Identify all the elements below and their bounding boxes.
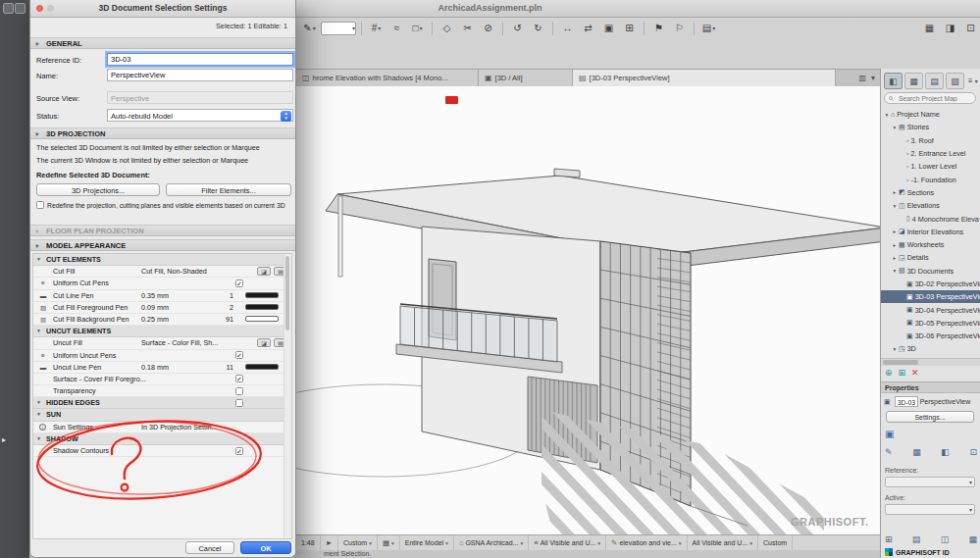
table-row-surface-cover-fill-foregro[interactable]: Surface - Cover Fill Foregro...✓	[33, 374, 291, 385]
grid-snap-icon[interactable]: #▾	[367, 21, 386, 36]
dropdown-stepper-icon[interactable]: ▲▼	[281, 111, 291, 122]
viewpoint-3d-icon[interactable]: ▣	[885, 429, 894, 439]
structure-filter[interactable]: Entire Model▾	[400, 535, 454, 550]
navigator-menu-icon[interactable]: ≡▾	[968, 76, 978, 85]
graphisoft-id-brand[interactable]: GRAPHISOFT ID	[885, 548, 950, 556]
disclosure-triangle-icon[interactable]: ▼	[36, 409, 41, 420]
search-input[interactable]	[897, 94, 971, 103]
table-row-shadow-contours[interactable]: Shadow Contours✓	[33, 445, 291, 457]
3d-projection-section-header[interactable]: ▼ 3D PROJECTION	[30, 127, 295, 139]
tree-scrollbar[interactable]	[881, 358, 980, 366]
tracker-icon[interactable]: ⊞	[885, 534, 893, 544]
marquee-icon[interactable]: ◇	[438, 21, 456, 36]
display-options-icon[interactable]: ◫	[941, 534, 950, 544]
trim-icon[interactable]: ✂	[458, 21, 477, 36]
tree-item-elevations[interactable]: ▾◫Elevations	[881, 199, 980, 212]
project-map-icon[interactable]: ◧	[884, 73, 903, 89]
tree-item-2-entrance-level[interactable]: ▫2. Entrance Level	[881, 147, 980, 160]
pen-number-value[interactable]: 11	[216, 362, 233, 373]
table-row-sun-settings[interactable]: iSun SettingsIn 3D Projection Settin...	[33, 422, 291, 433]
organizer-icon[interactable]: ▦	[920, 21, 939, 36]
checkbox-checked[interactable]: ✓	[235, 351, 243, 359]
row-value[interactable]: Cut Fill, Non-Shaded	[141, 266, 207, 277]
flag-end-icon[interactable]: ⚐	[670, 21, 689, 36]
surface-attribute-icon[interactable]: ◧	[941, 447, 950, 457]
filter-elements-button[interactable]: Filter Elements...	[166, 183, 291, 196]
table-row-cut-fill[interactable]: Cut FillCut Fill, Non-Shaded◪▤	[33, 266, 291, 278]
chevron-down-icon[interactable]: ▾	[871, 74, 875, 82]
disclosure-triangle-icon[interactable]: ▾	[891, 268, 899, 274]
tree-item-1-foundation[interactable]: ▫-1. Foundation	[881, 173, 980, 185]
table-group-row-shadow[interactable]: ▼SHADOW	[33, 433, 291, 445]
background-app-icon[interactable]	[3, 3, 14, 14]
flag-start-icon[interactable]: ⚑	[649, 21, 668, 36]
tree-item-3d-03-perspectivevie[interactable]: ▣3D-03 PerspectiveVie	[881, 290, 980, 303]
background-app-icon[interactable]	[15, 3, 26, 14]
layer-combination[interactable]: ≡All Visible and U...▾	[529, 535, 606, 550]
disclosure-triangle-icon[interactable]: ▼	[36, 254, 41, 265]
checkbox-checked[interactable]: ✓	[235, 279, 243, 287]
guide-lines-icon[interactable]: ≈	[387, 21, 406, 36]
table-row-uniform-uncut-pens[interactable]: ≡Uniform Uncut Pens✓	[33, 350, 291, 362]
pen-set-combo[interactable]: ▾	[321, 22, 356, 35]
mirror-icon[interactable]: ⇄	[579, 21, 597, 36]
surface-color-icon[interactable]: ◪	[257, 338, 271, 347]
options-attribute-icon[interactable]: ⊡	[969, 447, 977, 457]
checkbox-checked[interactable]: ✓	[235, 375, 243, 382]
profile-status[interactable]: ⌂GSNA Archicad...▾	[454, 535, 529, 550]
pen-attribute-icon[interactable]: ✎	[885, 447, 893, 457]
table-group-row-sun[interactable]: ▼SUN	[33, 409, 291, 421]
table-row-cut-line-pen[interactable]: ▬Cut Line Pen0.35 mm1	[33, 290, 291, 302]
tree-item-3d-documents[interactable]: ▾▧3D Documents	[881, 265, 980, 278]
pen-color-swatch[interactable]	[245, 292, 279, 299]
tree-item-3d-02-perspectivevie[interactable]: ▣3D-02 PerspectiveVie	[881, 278, 980, 290]
disclosure-triangle-icon[interactable]: ▼	[34, 38, 39, 50]
table-row-transparency[interactable]: Transparency	[33, 385, 291, 397]
tree-item-3d-05-perspectivevie[interactable]: ▣3D-05 PerspectiveVie	[881, 317, 980, 330]
ok-button[interactable]: OK	[240, 541, 291, 554]
cancel-button[interactable]: Cancel	[185, 541, 234, 554]
panel-toggle-icon[interactable]: ◨	[941, 21, 959, 36]
tree-scrollbar-thumb[interactable]	[883, 360, 918, 365]
pen-tool-icon[interactable]: ✎▾	[300, 21, 319, 36]
tree-item-project-name[interactable]: ▾⌂Project Name	[881, 108, 980, 121]
tree-item-stories[interactable]: ▾▤Stories	[881, 121, 980, 133]
redo-icon[interactable]: ↻	[529, 21, 547, 36]
name-input[interactable]	[107, 69, 293, 81]
tree-item-1-lower-level[interactable]: ▫1. Lower Level	[881, 160, 980, 173]
close-button[interactable]	[36, 5, 43, 12]
new-viewpoint-icon[interactable]: ⊕	[885, 368, 893, 378]
disclosure-triangle-icon[interactable]: ▼	[36, 326, 41, 336]
table-row-cut-fill-foreground-pen[interactable]: ▨Cut Fill Foreground Pen0.09 mm2	[33, 302, 291, 314]
disclosure-triangle-icon[interactable]: ▼	[34, 240, 39, 252]
pen-size-value[interactable]: 0.25 mm	[141, 314, 169, 325]
disclosure-triangle-icon[interactable]: ▼	[36, 397, 41, 408]
disclosure-triangle-icon[interactable]: ▾	[891, 346, 899, 352]
layouts-icon[interactable]: ▦	[968, 534, 977, 544]
checkbox-checked[interactable]: ✓	[235, 447, 243, 455]
checkbox-unchecked[interactable]	[235, 399, 243, 407]
reference-id-input[interactable]	[107, 53, 293, 66]
quick-options-icon[interactable]: ⊡	[961, 21, 980, 36]
renovation-filter-icon[interactable]: ▤▾	[699, 21, 718, 36]
tree-item-3d-04-perspectivevie[interactable]: ▣3D-04 PerspectiveVie	[881, 303, 980, 316]
disclosure-triangle-icon[interactable]: ▸	[891, 189, 899, 195]
tree-item-details[interactable]: ▸◲Details	[881, 251, 980, 264]
tab-3d-03-perspective[interactable]: ▤[3D-03 PerspectiveView]	[573, 70, 836, 86]
status-dropdown[interactable]: Auto-rebuild Model ▲▼	[107, 109, 293, 122]
reference-dropdown[interactable]: ▾	[885, 477, 975, 487]
settings-button[interactable]: Settings...	[886, 411, 974, 423]
active-dropdown[interactable]: ▾	[885, 504, 975, 515]
disclosure-triangle-icon[interactable]: ▾	[883, 112, 891, 118]
3d-projections-button[interactable]: 3D Projections...	[36, 183, 160, 196]
construction-shape-icon[interactable]: □▾	[408, 21, 427, 36]
table-row-uniform-cut-pens[interactable]: ≡Uniform Cut Pens✓	[33, 278, 291, 289]
tree-item-worksheets[interactable]: ▸▦Worksheets	[881, 238, 980, 251]
copy-icon[interactable]: ▣	[599, 21, 618, 36]
tree-item-sections[interactable]: ▸◩Sections	[881, 186, 980, 199]
multiply-icon[interactable]: ⊞	[620, 21, 639, 36]
table-group-row-cut-elements[interactable]: ▼CUT ELEMENTS	[33, 254, 291, 266]
pen-size-value[interactable]: 0.09 mm	[141, 302, 169, 313]
tree-item-3d[interactable]: ▾◳3D	[881, 342, 980, 355]
publisher-sets-icon[interactable]: ▧	[946, 73, 964, 89]
